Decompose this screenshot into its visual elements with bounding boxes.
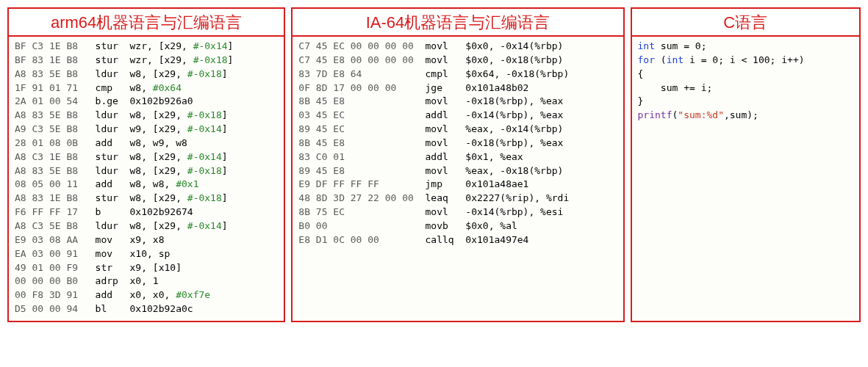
panel-ia64: IA-64机器语言与汇编语言 C7 45 EC 00 00 00 00 movl… [291, 7, 624, 322]
panel-c: C语言 int sum = 0; for (int i = 0; i < 100… [631, 7, 861, 322]
panel-arm64: arm64机器语言与汇编语言 BF C3 1E B8 stur wzr, [x2… [7, 7, 285, 322]
code-block-ia64: C7 45 EC 00 00 00 00 movl $0x0, -0x14(%r… [293, 37, 623, 321]
panel-title-arm64: arm64机器语言与汇编语言 [9, 9, 284, 37]
code-block-c: int sum = 0; for (int i = 0; i < 100; i+… [632, 37, 859, 321]
panel-title-ia64: IA-64机器语言与汇编语言 [293, 9, 623, 37]
code-block-arm64: BF C3 1E B8 stur wzr, [x29, #-0x14] BF 8… [9, 37, 284, 321]
panel-title-c: C语言 [632, 9, 859, 37]
panels-row: arm64机器语言与汇编语言 BF C3 1E B8 stur wzr, [x2… [7, 7, 861, 322]
